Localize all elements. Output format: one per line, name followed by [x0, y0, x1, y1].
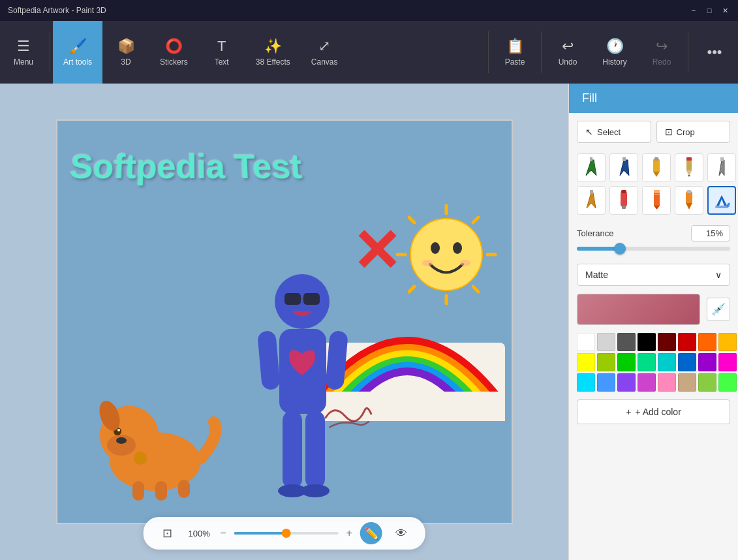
color-cyan[interactable]: [577, 373, 595, 392]
brush-pencil-2[interactable]: [577, 186, 606, 215]
toolbar-more[interactable]: •••: [691, 21, 738, 84]
color-yellow[interactable]: [577, 353, 595, 371]
svg-rect-38: [590, 157, 592, 161]
color-pink[interactable]: [658, 373, 676, 392]
zoom-minus-icon: −: [220, 527, 226, 539]
maximize-button[interactable]: □: [704, 5, 715, 16]
svg-point-36: [301, 484, 330, 497]
toolbar-text[interactable]: T Text: [198, 21, 245, 84]
color-pink-purple[interactable]: [638, 373, 656, 392]
color-teal-green[interactable]: [638, 353, 656, 371]
zoom-slider-thumb[interactable]: [282, 529, 291, 538]
color-light-blue[interactable]: [597, 373, 615, 392]
add-color-button[interactable]: + + Add color: [577, 399, 730, 424]
color-gray[interactable]: [617, 333, 636, 351]
toolbar-menu[interactable]: ☰ Menu: [0, 21, 47, 84]
svg-marker-50: [587, 193, 596, 208]
tolerance-slider-thumb[interactable]: [614, 243, 626, 255]
canvas-artwork-text: Softpedia Test: [69, 147, 303, 186]
svg-point-11: [422, 260, 433, 266]
current-color-swatch[interactable]: [577, 294, 700, 325]
crop-button[interactable]: ⊡ Crop: [656, 121, 731, 143]
color-teal[interactable]: [658, 353, 676, 371]
color-green[interactable]: [617, 353, 636, 371]
tolerance-slider[interactable]: [577, 247, 730, 251]
canvas-label: Canvas: [311, 57, 338, 67]
history-label: History: [602, 57, 626, 67]
brush-fill[interactable]: [707, 186, 736, 215]
toolbar-3d[interactable]: 📦 3D: [102, 21, 149, 84]
brush-pencil-1[interactable]: [675, 153, 703, 182]
brush-oil[interactable]: [675, 186, 703, 215]
paste-icon: 📋: [506, 38, 524, 55]
brush-calligraphy-2[interactable]: [609, 153, 638, 182]
3d-label: 3D: [121, 57, 131, 67]
select-button[interactable]: ↖ Select: [577, 121, 651, 143]
brush-crayon[interactable]: [642, 186, 671, 215]
3d-icon: 📦: [117, 38, 135, 55]
color-violet[interactable]: [617, 373, 636, 392]
toolbar-arttools[interactable]: 🖌️ Art tools: [53, 21, 102, 84]
color-extra-1[interactable]: [698, 373, 716, 392]
color-white[interactable]: [577, 333, 595, 351]
toolbar-undo[interactable]: ↩ Undo: [544, 21, 591, 84]
color-blue[interactable]: [678, 353, 696, 371]
drawing-canvas[interactable]: Softpedia Test ✕: [56, 119, 513, 524]
tolerance-value[interactable]: 15%: [691, 225, 730, 241]
brush-calligraphy-1[interactable]: [577, 153, 606, 182]
toolbar-redo[interactable]: ↪ Redo: [638, 21, 685, 84]
eyedropper-button[interactable]: 💉: [707, 298, 730, 321]
color-palette: [577, 333, 730, 392]
color-purple[interactable]: [698, 353, 716, 371]
toolbar: ☰ Menu 🖌️ Art tools 📦 3D ⭕ Stickers T Te…: [0, 21, 738, 84]
toolbar-canvas[interactable]: ⤢ Canvas: [301, 21, 348, 84]
brush-felt-pen[interactable]: [609, 186, 638, 215]
arttools-label: Art tools: [63, 57, 92, 67]
text-icon: T: [217, 38, 226, 55]
svg-rect-61: [687, 190, 691, 193]
color-orange[interactable]: [698, 333, 716, 351]
add-color-plus-icon: +: [626, 407, 631, 417]
undo-icon: ↩: [562, 38, 574, 55]
color-lightgray[interactable]: [597, 333, 615, 351]
menu-icon: ☰: [17, 38, 30, 55]
toolbar-history[interactable]: 🕐 History: [591, 21, 638, 84]
svg-rect-43: [654, 157, 658, 161]
canvas-area[interactable]: Softpedia Test ✕: [0, 84, 568, 560]
redo-icon: ↪: [656, 38, 668, 55]
svg-rect-53: [622, 206, 626, 209]
svg-rect-34: [305, 411, 325, 489]
svg-rect-52: [621, 191, 627, 207]
zoom-plus-icon: +: [346, 527, 352, 539]
color-lime[interactable]: [718, 373, 737, 392]
color-tan[interactable]: [678, 373, 696, 392]
paste-label: Paste: [505, 57, 525, 67]
close-button[interactable]: ✕: [720, 5, 730, 16]
svg-point-25: [134, 452, 147, 465]
zoom-slider-track[interactable]: [234, 532, 339, 535]
matte-dropdown[interactable]: Matte ∨: [577, 264, 730, 286]
toolbar-effects[interactable]: ✨ 38 Effects: [245, 21, 301, 84]
select-label: Select: [597, 127, 621, 137]
effects-icon: ✨: [264, 38, 282, 55]
color-magenta[interactable]: [718, 353, 737, 371]
color-amber[interactable]: [718, 333, 737, 351]
color-darkred[interactable]: [658, 333, 676, 351]
zoom-value: 100%: [186, 529, 212, 538]
color-black[interactable]: [638, 333, 656, 351]
draw-mode-button[interactable]: ✏️: [360, 522, 382, 544]
chevron-down-icon: ∨: [715, 270, 722, 280]
brush-marker[interactable]: [642, 153, 671, 182]
minimize-button[interactable]: −: [688, 5, 699, 16]
fit-to-window-button[interactable]: ⊡: [156, 522, 178, 544]
brush-thin[interactable]: [707, 153, 736, 182]
color-yellow-green[interactable]: [597, 353, 615, 371]
toolbar-paste[interactable]: 📋 Paste: [491, 21, 538, 84]
preview-button[interactable]: 👁: [390, 522, 412, 544]
toolbar-stickers[interactable]: ⭕ Stickers: [149, 21, 198, 84]
color-red[interactable]: [678, 333, 696, 351]
toolbar-separator-1: [50, 31, 50, 73]
svg-line-4: [409, 217, 414, 223]
svg-marker-60: [686, 203, 692, 210]
svg-point-12: [460, 260, 470, 266]
